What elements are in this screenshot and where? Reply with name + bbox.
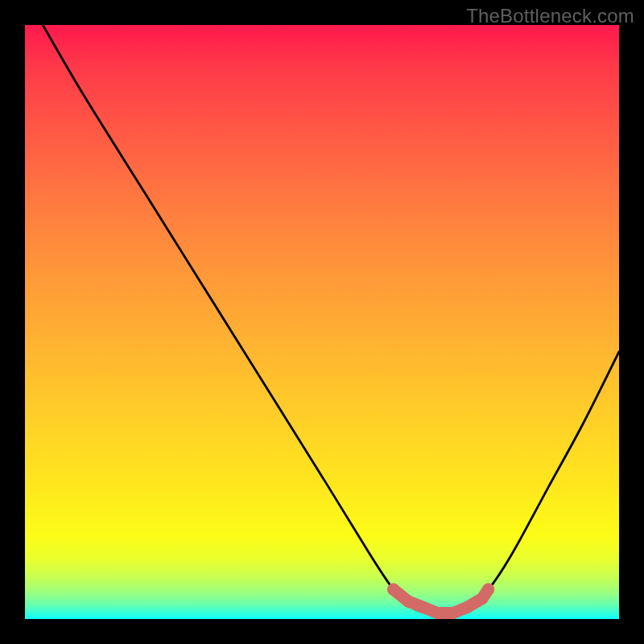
- valley-dot: [387, 584, 399, 596]
- valley-dot: [431, 607, 444, 619]
- bottleneck-curve-line: [43, 25, 619, 614]
- plot-area: [25, 25, 619, 619]
- chart-frame: TheBottleneck.com: [0, 0, 644, 644]
- watermark-text: TheBottleneck.com: [466, 5, 634, 27]
- curve-svg: [25, 25, 619, 619]
- valley-dot: [402, 595, 415, 607]
- valley-dot: [461, 601, 473, 613]
- valley-marker-dots: [387, 584, 494, 620]
- valley-dot: [447, 607, 459, 619]
- valley-dot: [482, 584, 494, 596]
- valley-dot: [417, 601, 429, 613]
